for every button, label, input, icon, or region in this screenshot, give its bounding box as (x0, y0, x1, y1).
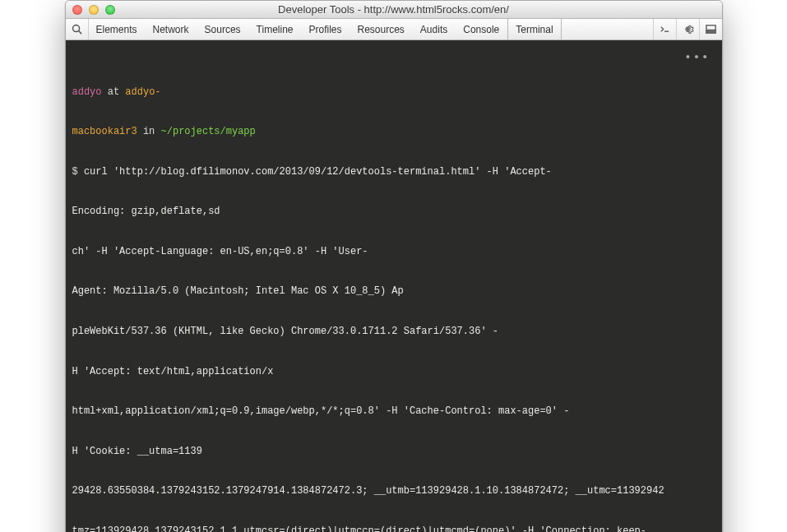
devtools-tabs: Elements Network Sources Timeline Profil… (89, 19, 653, 39)
show-drawer-icon[interactable] (653, 19, 676, 39)
cmd-line: Encoding: gzip,deflate,sd (72, 205, 715, 218)
tab-network[interactable]: Network (146, 19, 197, 39)
window-title: Developer Tools - http://www.html5rocks.… (66, 3, 722, 16)
tab-resources[interactable]: Resources (350, 19, 413, 39)
tab-profiles[interactable]: Profiles (301, 19, 350, 39)
terminal-panel[interactable]: ••• addyo at addyo- macbookair3 in ~/pro… (66, 40, 722, 532)
tab-label: Profiles (308, 24, 341, 35)
svg-line-1 (78, 31, 81, 35)
prompt-machine: macbookair3 (72, 126, 137, 137)
tab-label: Network (153, 24, 189, 35)
cmd-line: tmz=113929428.1379243152.1.1.utmcsr=(dir… (72, 525, 715, 532)
tab-label: Timeline (257, 24, 294, 35)
svg-rect-5 (706, 30, 715, 33)
tab-label: Sources (205, 24, 241, 35)
cmd-line: html+xml,application/xml;q=0.9,image/web… (72, 405, 715, 418)
cmd-line: 29428.63550384.1379243152.1379247914.138… (72, 484, 715, 497)
tab-elements[interactable]: Elements (89, 19, 146, 39)
tab-label: Audits (420, 24, 447, 35)
terminal-menu-icon[interactable]: ••• (684, 50, 710, 66)
cmd-line: pleWebKit/537.36 (KHTML, like Gecko) Chr… (72, 325, 715, 338)
terminal-command: $ curl 'http://blog.dfilimonov.com/2013/… (72, 165, 715, 178)
svg-point-0 (72, 25, 79, 32)
prompt-host: addyo- (125, 86, 160, 98)
tab-timeline[interactable]: Timeline (249, 19, 302, 39)
tab-label: Resources (358, 24, 405, 35)
terminal-prompt-line1: addyo at addyo- (72, 86, 715, 99)
cmd-line: curl 'http://blog.dfilimonov.com/2013/09… (84, 166, 552, 178)
zoom-button[interactable] (105, 5, 115, 15)
traffic-lights (66, 5, 115, 15)
minimize-button[interactable] (89, 5, 99, 15)
prompt-at: at (102, 86, 126, 98)
svg-point-3 (686, 28, 688, 30)
tab-label: Elements (96, 24, 137, 35)
terminal-prompt-line2: macbookair3 in ~/projects/myapp (72, 125, 715, 138)
tab-sources[interactable]: Sources (197, 19, 249, 39)
devtools-window: Developer Tools - http://www.html5rocks.… (65, 0, 723, 532)
titlebar: Developer Tools - http://www.html5rocks.… (66, 1, 722, 19)
prompt-user: addyo (72, 86, 102, 98)
prompt-symbol: $ (72, 166, 84, 178)
toolbar-right (653, 19, 722, 39)
settings-gear-icon[interactable] (676, 19, 699, 39)
close-button[interactable] (72, 5, 82, 15)
tab-terminal[interactable]: Terminal (507, 19, 561, 39)
tab-console[interactable]: Console (456, 19, 507, 39)
prompt-path: ~/projects/myapp (161, 126, 256, 137)
cmd-line: H 'Cookie: __utma=1139 (72, 445, 715, 458)
prompt-in: in (137, 126, 161, 137)
dock-side-icon[interactable] (699, 19, 722, 39)
tab-label: Console (463, 24, 499, 35)
devtools-toolbar: Elements Network Sources Timeline Profil… (66, 19, 722, 40)
cmd-line: Agent: Mozilla/5.0 (Macintosh; Intel Mac… (72, 285, 715, 298)
cmd-line: ch' -H 'Accept-Language: en-US,en;q=0.8'… (72, 245, 715, 258)
tab-label: Terminal (516, 24, 553, 35)
tab-audits[interactable]: Audits (413, 19, 456, 39)
cmd-line: H 'Accept: text/html,application/x (72, 365, 715, 378)
search-icon[interactable] (66, 19, 89, 39)
